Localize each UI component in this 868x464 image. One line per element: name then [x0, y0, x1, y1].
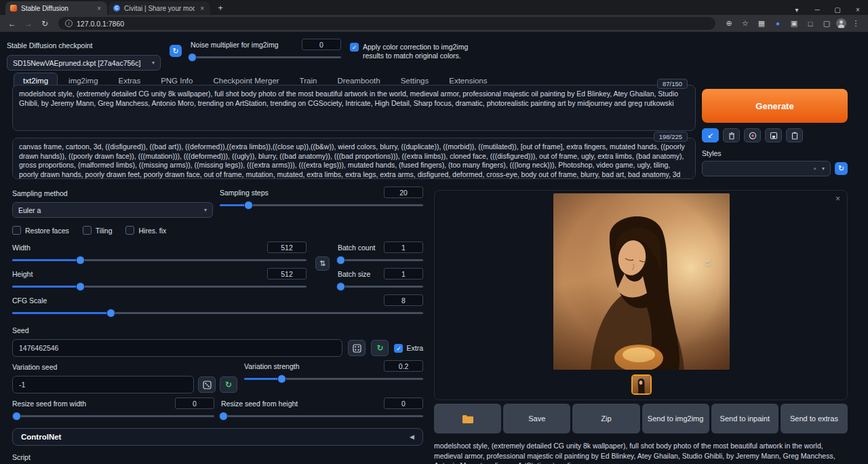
- width-slider[interactable]: [12, 256, 307, 264]
- sampling-method-value: Euler a: [18, 206, 41, 214]
- paste-params-button[interactable]: ↙: [702, 128, 719, 142]
- send-to-extras-button[interactable]: Send to extras: [781, 404, 848, 433]
- install-icon[interactable]: ⊕: [722, 19, 736, 28]
- profile-avatar[interactable]: [836, 18, 846, 28]
- sampling-steps-slider[interactable]: [220, 201, 423, 209]
- new-tab-button[interactable]: +: [214, 2, 226, 14]
- batch-count-slider[interactable]: [338, 256, 423, 264]
- apps-grid-icon[interactable]: ▦: [755, 19, 768, 28]
- apply-style-button[interactable]: [786, 128, 803, 142]
- sampling-method-dropdown[interactable]: Euler a ▾: [12, 202, 213, 218]
- batch-size-value[interactable]: 1: [384, 268, 423, 279]
- color-correction-group: ✓ Apply color correction to img2img resu…: [350, 39, 482, 60]
- variation-strength-slider[interactable]: [244, 374, 423, 383]
- variation-strength-value[interactable]: 0.2: [384, 360, 423, 372]
- zip-button[interactable]: Zip: [572, 404, 639, 433]
- styles-dropdown[interactable]: × ▾: [702, 161, 831, 176]
- record-indicator-icon[interactable]: ●: [771, 20, 785, 27]
- save-style-button[interactable]: [765, 128, 782, 142]
- slider-knob[interactable]: [245, 201, 252, 209]
- feature-checkboxes: Restore faces Tiling Hires. fix: [12, 226, 423, 235]
- extra-networks-button[interactable]: [744, 128, 761, 142]
- slider-knob[interactable]: [13, 412, 20, 420]
- sampling-steps-value[interactable]: 20: [384, 187, 423, 198]
- noise-multiplier-value[interactable]: 0: [302, 39, 341, 50]
- width-value[interactable]: 512: [267, 241, 307, 253]
- send-to-img2img-button[interactable]: Send to img2img: [642, 404, 709, 433]
- slider-knob[interactable]: [189, 54, 196, 61]
- checkpoint-dropdown[interactable]: SD15NewVAEpruned.ckpt [27a4ac756c] ▾: [7, 55, 161, 71]
- close-tab-icon[interactable]: ×: [96, 5, 102, 12]
- resize-seed-height-value[interactable]: 0: [384, 398, 423, 409]
- reload-icon[interactable]: ↻: [38, 19, 52, 28]
- variation-seed-input[interactable]: -1: [12, 376, 194, 393]
- back-icon[interactable]: ←: [5, 19, 19, 28]
- slider-knob[interactable]: [337, 283, 344, 290]
- slider-track: [191, 56, 341, 58]
- generate-button[interactable]: Generate: [702, 89, 848, 123]
- reuse-variation-seed-button[interactable]: ↻: [220, 376, 237, 393]
- minimize-button[interactable]: ─: [807, 6, 827, 14]
- reading-list-icon[interactable]: ▣: [787, 19, 801, 28]
- close-gallery-icon[interactable]: ×: [835, 194, 840, 204]
- bookmark-star-icon[interactable]: ☆: [738, 19, 752, 28]
- batch-count-value[interactable]: 1: [384, 241, 423, 253]
- menu-dots-icon[interactable]: ⋮: [849, 19, 863, 28]
- controlnet-label: ControlNet: [21, 433, 61, 441]
- resize-seed-width-value[interactable]: 0: [175, 398, 214, 409]
- site-info-icon[interactable]: i: [65, 20, 73, 27]
- extra-seed-checkbox[interactable]: ✓: [394, 344, 403, 353]
- slider-knob[interactable]: [77, 256, 84, 264]
- slider-knob[interactable]: [220, 412, 227, 420]
- swap-dimensions-button[interactable]: ⇅: [315, 256, 330, 271]
- reuse-seed-button[interactable]: ↻: [371, 340, 389, 356]
- refresh-icon: ↻: [172, 47, 178, 56]
- noise-multiplier-slider[interactable]: [191, 53, 341, 61]
- close-window-button[interactable]: ×: [848, 6, 868, 14]
- color-correction-checkbox[interactable]: ✓: [350, 43, 359, 52]
- prompt-input[interactable]: modelshoot style, (extremely detailed CG…: [12, 85, 696, 131]
- gallery-thumbnail[interactable]: [631, 374, 652, 395]
- cfg-scale-value[interactable]: 8: [384, 294, 423, 306]
- resize-seed-width-slider[interactable]: [12, 412, 214, 420]
- cfg-scale-slider[interactable]: [12, 309, 423, 317]
- sidebar-icon[interactable]: ▢: [820, 19, 833, 28]
- seed-input[interactable]: 1476462546: [12, 339, 342, 357]
- maximize-button[interactable]: ▢: [827, 6, 848, 14]
- open-folder-button[interactable]: [434, 404, 501, 433]
- cast-icon[interactable]: □: [804, 20, 817, 28]
- restore-faces-checkbox[interactable]: [12, 226, 21, 235]
- send-to-inpaint-button[interactable]: Send to inpaint: [711, 404, 778, 433]
- refresh-checkpoint-button[interactable]: ↻: [170, 45, 182, 57]
- browser-tab-civitai[interactable]: C Civitai | Share your models ×: [108, 1, 210, 15]
- generated-image[interactable]: [553, 193, 730, 370]
- refresh-styles-button[interactable]: ↻: [835, 162, 848, 175]
- generation-info-text: modelshoot style, (extremely detailed CG…: [434, 441, 848, 464]
- batch-size-slider[interactable]: [338, 282, 423, 290]
- slider-knob[interactable]: [77, 283, 84, 290]
- hires-fix-checkbox[interactable]: [125, 226, 134, 235]
- tab-search-icon[interactable]: ▾: [787, 6, 807, 14]
- slider-knob[interactable]: [278, 375, 285, 383]
- refresh-icon: ↻: [838, 164, 844, 173]
- forward-icon[interactable]: →: [22, 19, 35, 28]
- height-slider[interactable]: [12, 282, 307, 290]
- slider-knob[interactable]: [337, 256, 344, 264]
- tiling-checkbox[interactable]: [83, 226, 92, 235]
- random-seed-button[interactable]: [348, 340, 366, 356]
- slider-knob[interactable]: [107, 309, 115, 317]
- save-button[interactable]: Save: [503, 404, 570, 433]
- height-value[interactable]: 512: [267, 268, 307, 279]
- negative-prompt-input[interactable]: canvas frame, cartoon, 3d, ((disfigured)…: [12, 138, 696, 179]
- restore-faces-label: Restore faces: [25, 227, 69, 235]
- browser-tab-stable-diffusion[interactable]: Stable Diffusion ×: [5, 1, 107, 15]
- clear-styles-icon[interactable]: ×: [813, 166, 816, 172]
- sampling-method-group: Sampling method Euler a ▾: [12, 187, 213, 218]
- resize-seed-height-slider[interactable]: [221, 412, 423, 420]
- random-variation-seed-button[interactable]: [198, 376, 216, 393]
- prompt-wrap: 87/150 modelshoot style, (extremely deta…: [12, 85, 696, 131]
- controlnet-accordion[interactable]: ControlNet ◀: [12, 428, 423, 446]
- clear-prompt-button[interactable]: [723, 128, 740, 142]
- address-bar[interactable]: i 127.0.0.1:7860: [58, 17, 715, 30]
- close-tab-icon[interactable]: ×: [199, 5, 205, 12]
